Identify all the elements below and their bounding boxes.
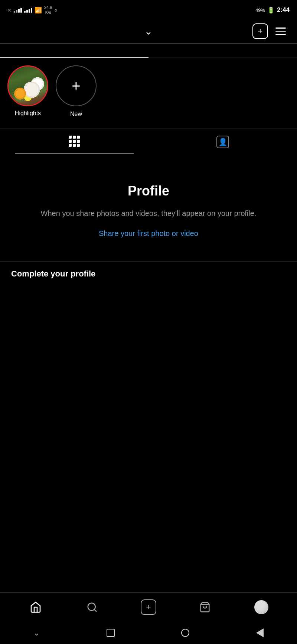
menu-line-3 — [275, 34, 286, 35]
status-left: ✕ 📶 24.9 K/s ○ — [7, 5, 57, 15]
tab-tagged[interactable]: 👤 — [148, 129, 297, 153]
complete-profile-title: Complete your profile — [11, 269, 286, 279]
back-triangle-icon — [256, 628, 264, 637]
complete-profile-section: Complete your profile — [0, 261, 297, 285]
new-story-plus-icon: + — [72, 78, 80, 93]
bottom-profile-button[interactable] — [252, 598, 271, 617]
data-speed: 24.9 K/s — [44, 5, 52, 15]
android-back-button[interactable] — [256, 628, 264, 637]
plus-icon: + — [258, 26, 263, 36]
add-post-button[interactable]: + — [252, 23, 268, 39]
android-recent-button[interactable] — [107, 629, 115, 637]
chevron-down-icon[interactable]: ⌄ — [144, 26, 153, 37]
profile-avatar — [254, 600, 268, 614]
top-tab-item-2[interactable] — [148, 45, 297, 58]
highlights-label: Highlights — [15, 110, 41, 117]
bottom-shop-button[interactable] — [196, 598, 214, 617]
content-tab-bar: 👤 — [0, 129, 297, 153]
new-story-circle[interactable]: + — [56, 65, 97, 106]
android-minimize-button[interactable]: ⌄ — [33, 628, 40, 637]
grid-icon — [69, 136, 80, 147]
signal-bars-1 — [14, 8, 22, 13]
new-story-item[interactable]: + New — [56, 65, 97, 117]
person-icon: 👤 — [218, 137, 228, 146]
share-first-photo-link[interactable]: Share your first photo or video — [99, 228, 198, 239]
wifi-icon: 📶 — [35, 7, 42, 14]
signal-x-icon: ✕ — [7, 7, 12, 13]
home-icon — [30, 601, 42, 613]
hamburger-menu-button[interactable] — [275, 27, 286, 35]
menu-line-1 — [275, 27, 286, 29]
tab-grid[interactable] — [0, 129, 148, 153]
add-icon-box: + — [141, 599, 156, 615]
search-icon — [87, 602, 98, 613]
svg-line-1 — [94, 609, 96, 611]
new-story-label: New — [70, 111, 82, 117]
square-icon — [107, 629, 115, 637]
status-bar: ✕ 📶 24.9 K/s ○ 49% 🔋 2:44 — [0, 0, 297, 19]
menu-line-2 — [275, 31, 286, 32]
highlights-item[interactable]: Highlights — [7, 65, 48, 117]
status-right: 49% 🔋 2:44 — [255, 6, 290, 14]
battery-icon: 🔋 — [267, 7, 275, 14]
chevron-down-icon: ⌄ — [33, 628, 40, 637]
profile-tabs-top — [0, 45, 297, 58]
tagged-icon: 👤 — [216, 136, 229, 148]
circle-icon — [181, 629, 189, 637]
highlights-avatar[interactable] — [7, 65, 48, 106]
bottom-add-button[interactable]: + — [139, 598, 158, 617]
bottom-nav-bar: + — [0, 592, 297, 622]
profile-empty-state: Profile When you share photos and videos… — [0, 153, 297, 261]
time-display: 2:44 — [277, 6, 290, 14]
bottom-home-button[interactable] — [26, 598, 45, 617]
circle-indicator: ○ — [54, 7, 57, 13]
add-plus-icon: + — [146, 602, 151, 612]
android-nav-bar: ⌄ — [0, 622, 297, 644]
signal-bars-2 — [24, 8, 32, 13]
top-tab-line — [0, 43, 297, 44]
profile-empty-title: Profile — [128, 183, 169, 199]
bottom-search-button[interactable] — [83, 598, 101, 617]
highlights-section: Highlights + New — [0, 58, 297, 125]
account-dropdown[interactable]: ⌄ — [144, 26, 153, 37]
highlights-photo — [9, 67, 47, 105]
top-nav: ⌄ + — [0, 19, 297, 43]
android-home-button[interactable] — [181, 629, 189, 637]
top-tab-item-1[interactable] — [0, 45, 148, 58]
battery-percentage: 49% — [255, 7, 265, 13]
nav-right-icons: + — [252, 23, 286, 39]
shop-icon — [199, 602, 210, 613]
profile-empty-description: When you share photos and videos, they'l… — [41, 208, 257, 219]
